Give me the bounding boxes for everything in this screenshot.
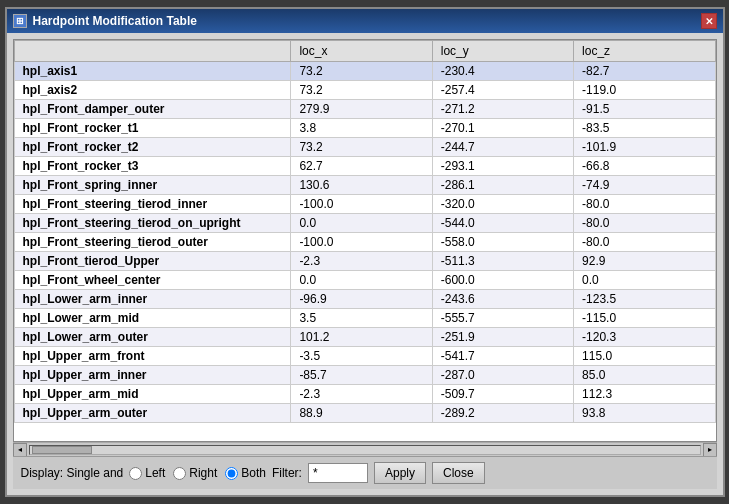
cell-loc-x: 0.0 — [291, 271, 432, 290]
table-row[interactable]: hpl_axis273.2-257.4-119.0 — [14, 81, 715, 100]
cell-name: hpl_Front_rocker_t3 — [14, 157, 291, 176]
cell-loc-z: -91.5 — [574, 100, 715, 119]
window-close-button[interactable]: ✕ — [701, 13, 717, 29]
table-row[interactable]: hpl_Front_steering_tierod_on_upright0.0-… — [14, 214, 715, 233]
cell-loc-x: 3.8 — [291, 119, 432, 138]
scroll-left-arrow[interactable]: ◂ — [13, 443, 27, 457]
cell-loc-x: 88.9 — [291, 404, 432, 423]
filter-input[interactable] — [308, 463, 368, 483]
cell-loc-x: -3.5 — [291, 347, 432, 366]
hardpoint-table: loc_x loc_y loc_z hpl_axis173.2-230.4-82… — [14, 40, 716, 423]
cell-name: hpl_axis1 — [14, 62, 291, 81]
table-row[interactable]: hpl_Upper_arm_front-3.5-541.7115.0 — [14, 347, 715, 366]
cell-name: hpl_Front_rocker_t2 — [14, 138, 291, 157]
cell-loc-x: 130.6 — [291, 176, 432, 195]
cell-loc-z: 0.0 — [574, 271, 715, 290]
hscroll-track[interactable] — [29, 445, 701, 455]
cell-loc-y: -600.0 — [432, 271, 573, 290]
table-row[interactable]: hpl_Front_spring_inner130.6-286.1-74.9 — [14, 176, 715, 195]
table-row[interactable]: hpl_Front_steering_tierod_outer-100.0-55… — [14, 233, 715, 252]
cell-loc-z: -119.0 — [574, 81, 715, 100]
table-row[interactable]: hpl_Front_rocker_t362.7-293.1-66.8 — [14, 157, 715, 176]
content-area: loc_x loc_y loc_z hpl_axis173.2-230.4-82… — [7, 33, 723, 495]
cell-loc-x: -100.0 — [291, 195, 432, 214]
title-bar-left: ⊞ Hardpoint Modification Table — [13, 14, 197, 28]
cell-loc-y: -544.0 — [432, 214, 573, 233]
cell-loc-y: -271.2 — [432, 100, 573, 119]
cell-loc-y: -511.3 — [432, 252, 573, 271]
title-bar: ⊞ Hardpoint Modification Table ✕ — [7, 9, 723, 33]
cell-loc-y: -555.7 — [432, 309, 573, 328]
cell-loc-x: -96.9 — [291, 290, 432, 309]
cell-name: hpl_Upper_arm_mid — [14, 385, 291, 404]
cell-loc-y: -320.0 — [432, 195, 573, 214]
cell-name: hpl_Front_steering_tierod_inner — [14, 195, 291, 214]
cell-loc-x: 73.2 — [291, 62, 432, 81]
table-row[interactable]: hpl_Lower_arm_inner-96.9-243.6-123.5 — [14, 290, 715, 309]
cell-loc-x: 101.2 — [291, 328, 432, 347]
cell-loc-z: -120.3 — [574, 328, 715, 347]
table-row[interactable]: hpl_Front_damper_outer279.9-271.2-91.5 — [14, 100, 715, 119]
apply-button[interactable]: Apply — [374, 462, 426, 484]
radio-both[interactable] — [225, 467, 238, 480]
cell-loc-y: -230.4 — [432, 62, 573, 81]
cell-loc-y: -558.0 — [432, 233, 573, 252]
table-row[interactable]: hpl_Front_rocker_t273.2-244.7-101.9 — [14, 138, 715, 157]
radio-left-label[interactable]: Left — [129, 466, 165, 480]
col-header-loc-x: loc_x — [291, 41, 432, 62]
table-row[interactable]: hpl_Front_rocker_t13.8-270.1-83.5 — [14, 119, 715, 138]
cell-loc-x: -2.3 — [291, 385, 432, 404]
cell-loc-z: 92.9 — [574, 252, 715, 271]
table-row[interactable]: hpl_Front_steering_tierod_inner-100.0-32… — [14, 195, 715, 214]
cell-loc-z: 112.3 — [574, 385, 715, 404]
scroll-right-arrow[interactable]: ▸ — [703, 443, 717, 457]
cell-loc-y: -251.9 — [432, 328, 573, 347]
table-row[interactable]: hpl_Upper_arm_mid-2.3-509.7112.3 — [14, 385, 715, 404]
radio-right-label[interactable]: Right — [173, 466, 217, 480]
cell-loc-z: 85.0 — [574, 366, 715, 385]
table-row[interactable]: hpl_Lower_arm_outer101.2-251.9-120.3 — [14, 328, 715, 347]
cell-loc-x: -85.7 — [291, 366, 432, 385]
cell-loc-z: -101.9 — [574, 138, 715, 157]
close-button[interactable]: Close — [432, 462, 485, 484]
cell-loc-y: -243.6 — [432, 290, 573, 309]
radio-right[interactable] — [173, 467, 186, 480]
cell-loc-z: -123.5 — [574, 290, 715, 309]
window-title: Hardpoint Modification Table — [33, 14, 197, 28]
cell-loc-y: -287.0 — [432, 366, 573, 385]
table-row[interactable]: hpl_Lower_arm_mid3.5-555.7-115.0 — [14, 309, 715, 328]
table-body: hpl_axis173.2-230.4-82.7hpl_axis273.2-25… — [14, 62, 715, 423]
cell-loc-z: -74.9 — [574, 176, 715, 195]
hscroll-thumb[interactable] — [32, 446, 92, 454]
table-row[interactable]: hpl_Front_wheel_center0.0-600.00.0 — [14, 271, 715, 290]
cell-loc-z: -80.0 — [574, 195, 715, 214]
cell-loc-x: 0.0 — [291, 214, 432, 233]
cell-loc-z: -80.0 — [574, 214, 715, 233]
horizontal-scrollbar[interactable]: ◂ ▸ — [13, 442, 717, 456]
cell-loc-x: 62.7 — [291, 157, 432, 176]
cell-loc-z: -66.8 — [574, 157, 715, 176]
cell-loc-z: -83.5 — [574, 119, 715, 138]
table-container[interactable]: loc_x loc_y loc_z hpl_axis173.2-230.4-82… — [13, 39, 717, 442]
table-row[interactable]: hpl_axis173.2-230.4-82.7 — [14, 62, 715, 81]
cell-loc-y: -293.1 — [432, 157, 573, 176]
cell-loc-z: -80.0 — [574, 233, 715, 252]
cell-loc-x: 3.5 — [291, 309, 432, 328]
cell-loc-y: -257.4 — [432, 81, 573, 100]
table-row[interactable]: hpl_Upper_arm_inner-85.7-287.085.0 — [14, 366, 715, 385]
cell-loc-x: -100.0 — [291, 233, 432, 252]
table-row[interactable]: hpl_Upper_arm_outer88.9-289.293.8 — [14, 404, 715, 423]
cell-name: hpl_Front_steering_tierod_on_upright — [14, 214, 291, 233]
table-row[interactable]: hpl_Front_tierod_Upper-2.3-511.392.9 — [14, 252, 715, 271]
cell-name: hpl_Front_rocker_t1 — [14, 119, 291, 138]
radio-both-label[interactable]: Both — [225, 466, 266, 480]
bottom-bar: Display: Single and Left Right Both Filt… — [13, 456, 717, 489]
cell-name: hpl_Front_spring_inner — [14, 176, 291, 195]
cell-name: hpl_Front_steering_tierod_outer — [14, 233, 291, 252]
cell-loc-x: -2.3 — [291, 252, 432, 271]
radio-left[interactable] — [129, 467, 142, 480]
cell-loc-y: -270.1 — [432, 119, 573, 138]
radio-group: Left Right Both — [129, 466, 266, 480]
cell-name: hpl_axis2 — [14, 81, 291, 100]
cell-loc-y: -244.7 — [432, 138, 573, 157]
